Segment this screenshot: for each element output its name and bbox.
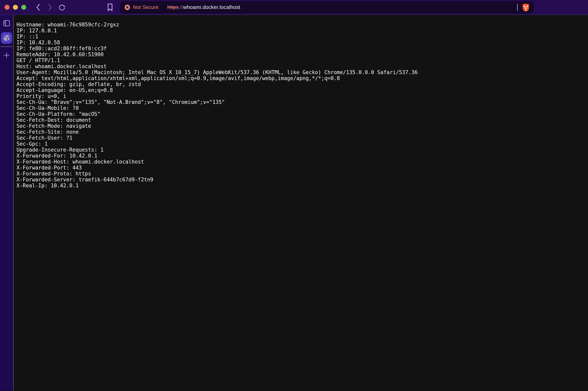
url-scheme: https bbox=[167, 4, 178, 10]
security-chip-label: Not Secure bbox=[133, 4, 159, 10]
globe-icon bbox=[2, 34, 10, 42]
window-controls bbox=[4, 5, 26, 10]
minimize-window-button[interactable] bbox=[13, 5, 18, 10]
brave-shields-button[interactable] bbox=[522, 3, 530, 11]
brave-lion-icon bbox=[522, 3, 530, 11]
zoom-window-button[interactable] bbox=[21, 5, 26, 10]
response-body: Hostname: whoami-76c9859cfc-2rgxz IP: 12… bbox=[14, 15, 588, 193]
sidebar-toggle-button[interactable] bbox=[3, 20, 10, 27]
security-chip[interactable]: Not Secure bbox=[124, 4, 159, 10]
reload-icon bbox=[58, 3, 66, 11]
not-secure-octagon-icon bbox=[124, 4, 130, 10]
close-window-button[interactable] bbox=[4, 5, 9, 10]
bookmark-button[interactable] bbox=[107, 3, 113, 12]
vertical-tab-strip bbox=[0, 15, 13, 391]
url-text: https://whoami.docker.localhost bbox=[167, 4, 240, 10]
reload-button[interactable] bbox=[58, 3, 66, 12]
address-bar[interactable]: Not Secure https://whoami.docker.localho… bbox=[120, 1, 534, 13]
active-tab-button[interactable] bbox=[1, 32, 12, 44]
navigation-buttons bbox=[35, 3, 66, 12]
url-separator: :// bbox=[178, 4, 183, 10]
forward-chevron-icon bbox=[47, 3, 53, 11]
tab-strip-divider bbox=[0, 46, 12, 47]
sidebar-panel-icon bbox=[3, 20, 10, 27]
back-button[interactable] bbox=[35, 3, 42, 12]
main-area: Hostname: whoami-76c9859cfc-2rgxz IP: 12… bbox=[0, 15, 588, 391]
back-chevron-icon bbox=[36, 3, 41, 11]
url-host: whoami.docker.localhost bbox=[183, 4, 240, 10]
forward-button[interactable] bbox=[46, 3, 54, 12]
page-content: Hostname: whoami-76c9859cfc-2rgxz IP: 12… bbox=[14, 15, 588, 391]
browser-toolbar: Not Secure https://whoami.docker.localho… bbox=[0, 0, 588, 15]
urlbar-divider bbox=[517, 4, 518, 11]
new-tab-button[interactable] bbox=[3, 52, 10, 58]
bookmark-icon bbox=[107, 3, 113, 11]
browser-window: { "browser": { "security_chip_label": "N… bbox=[0, 0, 588, 391]
plus-icon bbox=[3, 52, 10, 58]
